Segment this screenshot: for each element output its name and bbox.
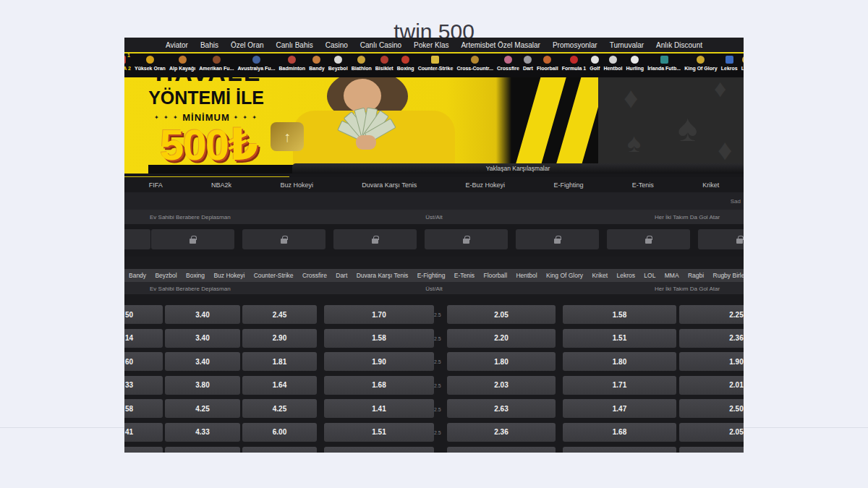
sport-item[interactable]: Avustralya Fu...	[238, 56, 276, 71]
sport-tab[interactable]: E-Fighting	[417, 272, 446, 279]
sport-item[interactable]: Biathlon	[352, 56, 372, 71]
odd-btts-no[interactable]: 1.90	[679, 352, 744, 371]
sport-item[interactable]: Lekros	[721, 56, 738, 71]
topnav-item[interactable]: Poker Klas	[414, 41, 448, 49]
odd-btts-no[interactable]: 2.25	[679, 305, 744, 324]
sport-tab[interactable]: Dart	[336, 272, 347, 279]
sport-tab[interactable]: Floorball	[483, 272, 507, 279]
odd-away[interactable]: 1.64	[242, 376, 317, 395]
sport-item[interactable]: Badminton	[279, 56, 306, 71]
sport-item[interactable]: Counter-Strike	[418, 56, 454, 71]
topnav-item[interactable]: Turnuvalar	[610, 41, 644, 49]
odd-btts-no[interactable]: 2.01	[679, 376, 744, 395]
sport-item[interactable]: Beyzbol	[328, 56, 348, 71]
odd-over[interactable]: 1.41	[324, 399, 434, 418]
odd-home[interactable]	[124, 447, 163, 453]
sport-tab[interactable]: Boxing	[186, 272, 205, 279]
odd-btts-no[interactable]: 2.36	[679, 329, 744, 348]
odd-over[interactable]	[324, 447, 434, 453]
topnav-item[interactable]: Bahis	[200, 41, 218, 49]
sport-tab[interactable]: Ragbi	[688, 272, 704, 279]
locked-odd-cell[interactable]	[516, 229, 599, 249]
odd-draw[interactable]: 3.40	[165, 352, 240, 371]
topnav-item[interactable]: Promosyonlar	[553, 41, 597, 49]
odd-home[interactable]: 58	[124, 399, 163, 418]
odd-draw[interactable]: 3.80	[165, 376, 240, 395]
sport-tab[interactable]: Crossfire	[302, 272, 327, 279]
category-tab[interactable]: Buz Hokeyi	[280, 181, 313, 189]
sport-item[interactable]: Boxing	[397, 56, 414, 71]
odd-under[interactable]: 2.20	[447, 329, 556, 348]
locked-odd-cell[interactable]	[425, 229, 508, 249]
category-tab[interactable]: Duvara Karşı Tenis	[362, 181, 417, 189]
topnav-item[interactable]: Canlı Bahis	[276, 41, 313, 49]
odd-under[interactable]: 2.63	[447, 399, 556, 418]
sport-tab[interactable]: E-Tenis	[454, 272, 475, 279]
topnav-item[interactable]: Canlı Casino	[360, 41, 401, 49]
odd-away[interactable]: 4.25	[242, 399, 317, 418]
sport-item[interactable]: Golf	[590, 56, 600, 71]
category-tab[interactable]: FIFA	[149, 181, 163, 189]
odd-home[interactable]: 60	[124, 352, 163, 371]
odd-under[interactable]	[447, 447, 556, 453]
sport-item[interactable]: Formula 1	[562, 56, 586, 71]
sport-item[interactable]: LOL	[741, 56, 744, 71]
odd-away[interactable]	[242, 447, 317, 453]
sport-item[interactable]: Bisiklet	[375, 56, 393, 71]
sport-tab[interactable]: Hentbol	[516, 272, 537, 279]
locked-odd-cell[interactable]	[151, 229, 234, 249]
sport-item[interactable]: Crossfire	[497, 56, 519, 71]
odd-home[interactable]: 33	[124, 376, 163, 395]
odd-under[interactable]: 2.03	[447, 376, 556, 395]
sport-item[interactable]: Hentbol	[603, 56, 622, 71]
sport-item[interactable]: Hurling	[626, 56, 644, 71]
locked-odd-cell[interactable]	[242, 229, 326, 249]
sport-tab[interactable]: Beyzbol	[155, 272, 176, 279]
sport-item[interactable]: İrlanda Futb...	[647, 56, 681, 71]
odd-btts-yes[interactable]: 1.71	[563, 376, 676, 395]
upcoming-matches-bar[interactable]: Yaklaşan Karşılaşmalar	[292, 163, 744, 174]
odd-btts-yes[interactable]: 1.58	[563, 305, 676, 324]
category-tab[interactable]: Kriket	[702, 181, 719, 189]
odd-draw[interactable]: 3.40	[165, 329, 240, 348]
odd-btts-yes[interactable]: 1.80	[563, 352, 676, 371]
locked-odd-cell[interactable]	[333, 229, 417, 249]
odd-over[interactable]: 1.58	[324, 329, 434, 348]
category-tab[interactable]: E-Tenis	[632, 181, 654, 189]
sport-tab[interactable]: MMA	[665, 272, 679, 279]
sport-item[interactable]: Yüksek Oran	[135, 56, 166, 71]
sport-tab[interactable]: LOL	[644, 272, 655, 279]
locked-odd-cell[interactable]	[124, 229, 150, 249]
sport-tab[interactable]: Rugby Birleşik	[713, 272, 744, 279]
sport-tab[interactable]: Lekros	[617, 272, 636, 279]
odd-away[interactable]: 1.81	[242, 352, 317, 371]
odd-home[interactable]: 41	[124, 423, 163, 442]
sport-item[interactable]: 1 DOTA 2	[124, 56, 131, 71]
odd-away[interactable]: 2.45	[242, 305, 317, 324]
odd-btts-no[interactable]: 2.05	[679, 423, 744, 442]
sport-item[interactable]: Amerikan Fu...	[199, 56, 234, 71]
sport-tab[interactable]: Duvara Karşı Tenis	[357, 272, 409, 279]
category-tab[interactable]: NBA2k	[211, 181, 231, 189]
locked-odd-cell[interactable]	[607, 229, 690, 249]
odd-btts-yes[interactable]: 1.68	[563, 423, 676, 442]
odd-draw[interactable]	[165, 447, 240, 453]
odd-under[interactable]: 2.36	[447, 423, 556, 442]
odd-draw[interactable]: 4.33	[165, 423, 240, 442]
topnav-item[interactable]: Aviator	[166, 41, 188, 49]
category-tab[interactable]: E-Buz Hokeyi	[466, 181, 506, 189]
odd-over[interactable]: 1.68	[324, 376, 434, 395]
odd-over[interactable]: 1.51	[324, 423, 434, 442]
odd-home[interactable]: 50	[124, 305, 163, 324]
odd-home[interactable]: 14	[124, 329, 163, 348]
odd-over[interactable]: 1.90	[324, 352, 434, 371]
odd-draw[interactable]: 3.40	[165, 305, 240, 324]
sport-tab[interactable]: Counter-Strike	[254, 272, 294, 279]
topnav-item[interactable]: Casino	[326, 41, 348, 49]
sport-item[interactable]: Alp Kayağı	[169, 56, 195, 71]
sport-item[interactable]: King Of Glory	[684, 56, 718, 71]
topnav-item[interactable]: Özel Oran	[231, 41, 264, 49]
sport-tab[interactable]: King Of Glory	[546, 272, 583, 279]
odd-btts-no[interactable]: 2.50	[679, 399, 744, 418]
sport-item[interactable]: Bandy	[309, 56, 324, 71]
